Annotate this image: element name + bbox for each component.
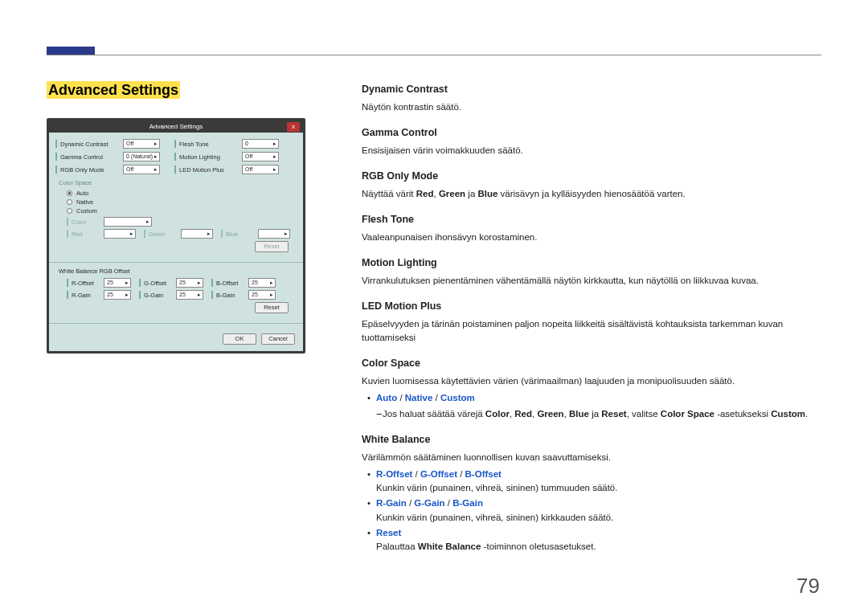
row-gamma-control: Gamma Control 0 (Natural) Motion Lightin… — [55, 152, 297, 161]
bullet-wb-reset: • Reset Palauttaa White Balance -toiminn… — [362, 526, 821, 554]
select-led-motion-plus[interactable]: Off — [242, 165, 279, 174]
row-dynamic-contrast: Dynamic Contrast Off Flesh Tone 0 — [55, 139, 297, 149]
heading-flesh-tone: Flesh Tone — [362, 212, 821, 227]
reset-wb-button[interactable]: Reset — [255, 302, 289, 313]
custom-color-row: Color — [67, 217, 297, 227]
select-g-offset[interactable]: 25 — [176, 278, 203, 288]
select-b-offset[interactable]: 25 — [248, 278, 276, 288]
header-accent — [47, 47, 95, 55]
section-title: Advanced Settings — [47, 81, 180, 99]
text-lmp: Epäselvyyden ja tärinän poistaminen palj… — [362, 317, 821, 345]
select-red — [104, 229, 136, 239]
heading-motion-lighting: Motion Lighting — [362, 255, 821, 271]
right-column: Dynamic Contrast Näytön kontrastin säätö… — [362, 82, 821, 555]
bullet-cs-sub: ‒ Jos haluat säätää värejä Color, Red, G… — [376, 407, 821, 421]
text-rgb: Näyttää värit Red, Green ja Blue värisäv… — [362, 187, 821, 201]
panel-title-text: Advanced Settings — [149, 123, 203, 130]
reset-color-button[interactable]: Reset — [255, 241, 289, 252]
select-gamma[interactable]: 0 (Natural) — [123, 152, 160, 161]
heading-dynamic-contrast: Dynamic Contrast — [362, 82, 821, 97]
panel-body: Dynamic Contrast Off Flesh Tone 0 Gamma … — [49, 133, 303, 333]
select-rgb-only[interactable]: Off — [123, 165, 160, 174]
bullet-wb-gain: • R-Gain / G-Gain / B-Gain Kunkin värin … — [362, 497, 821, 525]
select-g-gain[interactable]: 25 — [176, 290, 203, 300]
wb-offset-row: R-Offset 25 G-Offset 25 B-Offset 25 — [67, 278, 297, 288]
select-motion-lighting[interactable]: Off — [242, 152, 279, 161]
text-ml: Virrankulutuksen pienentäminen vähentämä… — [362, 274, 821, 288]
heading-white-balance: White Balance — [362, 432, 821, 447]
wb-gain-row: R-Gain 25 G-Gain 25 B-Gain 25 — [67, 290, 297, 300]
radio-custom[interactable]: Custom — [67, 207, 297, 215]
text-dc: Näytön kontrastin säätö. — [362, 100, 821, 114]
color-space-label: Color Space — [59, 179, 297, 186]
select-b-gain[interactable]: 25 — [248, 290, 276, 300]
custom-rgb-row: Red Green Blue — [67, 229, 297, 239]
text-gc: Ensisijaisen värin voimakkuuden säätö. — [362, 144, 821, 157]
bullet-wb-offset: • R-Offset / G-Offset / B-Offset Kunkin … — [362, 468, 821, 496]
close-icon[interactable]: x — [287, 122, 300, 132]
ok-button[interactable]: OK — [223, 333, 256, 345]
select-color — [104, 217, 152, 227]
heading-led-motion-plus: LED Motion Plus — [362, 299, 821, 314]
header-rule — [47, 55, 821, 55]
heading-color-space: Color Space — [362, 356, 821, 371]
bullet-cs-options: • Auto / Native / Custom — [362, 391, 821, 405]
text-cs: Kuvien luomisessa käytettävien värien (v… — [362, 374, 821, 388]
wb-label: White Balance RGB Offset — [59, 268, 297, 275]
page-number: 79 — [796, 574, 820, 599]
select-r-offset[interactable]: 25 — [104, 278, 131, 288]
select-flesh-tone[interactable]: 0 — [242, 139, 279, 149]
panel-title: Advanced Settings x — [49, 121, 303, 133]
text-ft: Vaaleanpunaisen ihonsävyn korostaminen. — [362, 231, 821, 244]
select-r-gain[interactable]: 25 — [104, 290, 131, 300]
select-green — [181, 229, 213, 239]
heading-rgb-only: RGB Only Mode — [362, 169, 821, 184]
left-column: Advanced Settings Advanced Settings x Dy… — [47, 82, 320, 353]
select-blue — [258, 229, 290, 239]
cancel-button[interactable]: Cancel — [261, 333, 295, 345]
settings-panel-screenshot: Advanced Settings x Dynamic Contrast Off… — [47, 118, 305, 353]
radio-native[interactable]: Native — [67, 198, 297, 206]
text-wb: Värilämmön säätäminen luonnollisen kuvan… — [362, 451, 821, 464]
radio-auto[interactable]: Auto — [67, 190, 297, 197]
select-dynamic-contrast[interactable]: Off — [123, 139, 160, 149]
heading-gamma-control: Gamma Control — [362, 125, 821, 141]
row-rgb-only: RGB Only Mode Off LED Motion Plus Off — [55, 165, 297, 174]
